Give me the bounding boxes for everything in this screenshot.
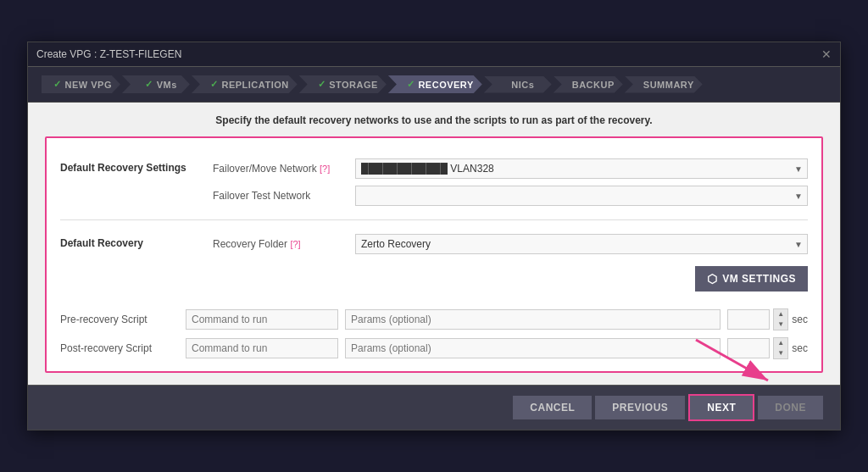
section-divider [60, 219, 808, 220]
close-button[interactable]: ✕ [821, 47, 832, 61]
recovery-folder-row: Recovery Folder [?] Zerto Recovery ▼ [213, 234, 808, 254]
step-label-new-vpg: NEW VPG [65, 80, 112, 90]
pre-recovery-script-row: Pre-recovery Script 300 ▲ ▼ sec [60, 308, 808, 330]
step-summary[interactable]: SUMMARY [625, 76, 703, 93]
step-label-backup: BACKUP [572, 80, 615, 90]
step-label-vms: VMs [157, 80, 177, 90]
scripts-section: Pre-recovery Script 300 ▲ ▼ sec Post-rec… [60, 308, 808, 359]
step-label-nics: NICs [511, 80, 534, 90]
step-vms[interactable]: ✓ VMs [122, 75, 190, 93]
step-label-storage: STORAGE [329, 80, 378, 90]
failover-test-select-wrapper: ▼ [355, 186, 808, 206]
step-check-replication: ✓ [210, 79, 219, 90]
done-button[interactable]: DONE [758, 396, 823, 419]
default-recovery-settings-label: Default Recovery Settings [60, 158, 213, 174]
step-check-vms: ✓ [145, 79, 153, 90]
vm-settings-button[interactable]: ⬡ VM SETTINGS [695, 266, 808, 292]
title-bar: Create VPG : Z-TEST-FILEGEN ✕ [28, 42, 840, 67]
step-check-storage: ✓ [318, 79, 326, 90]
dialog-title: Create VPG : Z-TEST-FILEGEN [36, 48, 181, 60]
post-recovery-spinner-down[interactable]: ▼ [774, 348, 787, 358]
recovery-folder-label: Recovery Folder [?] [213, 238, 348, 250]
post-recovery-spinner-group: 300 ▲ ▼ sec [727, 337, 808, 359]
default-recovery-settings-section: Default Recovery Settings Failover/Move … [60, 150, 808, 214]
pre-recovery-script-label: Pre-recovery Script [60, 314, 179, 325]
vm-settings-icon: ⬡ [707, 272, 718, 286]
failover-test-select[interactable] [355, 186, 808, 206]
pre-recovery-command-input[interactable] [186, 309, 338, 330]
recovery-folder-select[interactable]: Zerto Recovery [355, 234, 808, 254]
dialog-body: Specify the default recovery networks to… [28, 103, 840, 385]
default-recovery-fields: Recovery Folder [?] Zerto Recovery ▼ ⬡ [213, 234, 808, 292]
create-vpg-dialog: Create VPG : Z-TEST-FILEGEN ✕ ✓ NEW VPG … [27, 42, 841, 430]
failover-network-row: Failover/Move Network [?] ████████████ V… [213, 158, 808, 179]
pre-recovery-seconds-input[interactable]: 300 [727, 309, 770, 330]
step-check-new-vpg: ✓ [53, 79, 62, 90]
post-recovery-spinner-buttons: ▲ ▼ [773, 337, 788, 359]
main-panel: Default Recovery Settings Failover/Move … [45, 136, 823, 373]
subtitle: Specify the default recovery networks to… [45, 114, 823, 126]
dialog-footer: CANCEL PREVIOUS NEXT DONE [28, 385, 840, 430]
pre-recovery-params-input[interactable] [345, 309, 721, 330]
post-recovery-script-label: Post-recovery Script [60, 342, 179, 354]
vm-settings-label: VM SETTINGS [722, 273, 796, 285]
post-recovery-unit: sec [792, 342, 808, 354]
failover-network-select-wrapper: ████████████ VLAN328 ▼ [355, 158, 808, 179]
post-recovery-command-input[interactable] [186, 338, 338, 358]
step-check-recovery: ✓ [407, 79, 415, 90]
failover-test-network-row: Failover Test Network ▼ [213, 186, 808, 206]
pre-recovery-spinner-buttons: ▲ ▼ [773, 308, 788, 330]
step-replication[interactable]: ✓ REPLICATION [192, 75, 298, 93]
step-storage[interactable]: ✓ STORAGE [299, 75, 387, 93]
step-backup[interactable]: BACKUP [554, 76, 623, 93]
next-button[interactable]: NEXT [688, 394, 754, 421]
failover-network-help[interactable]: [?] [320, 164, 330, 174]
footer-wrapper: CANCEL PREVIOUS NEXT DONE [28, 385, 840, 430]
default-recovery-settings-fields: Failover/Move Network [?] ████████████ V… [213, 158, 808, 206]
recovery-folder-select-wrapper: Zerto Recovery ▼ [355, 234, 808, 254]
post-recovery-spinner-up[interactable]: ▲ [774, 338, 787, 348]
post-recovery-seconds-input[interactable]: 300 [727, 338, 770, 358]
post-recovery-script-row: Post-recovery Script 300 ▲ ▼ sec [60, 337, 808, 359]
post-recovery-params-input[interactable] [345, 338, 721, 358]
cancel-button[interactable]: CANCEL [513, 396, 592, 419]
pre-recovery-unit: sec [792, 314, 808, 325]
failover-test-network-label: Failover Test Network [213, 190, 348, 202]
default-recovery-label: Default Recovery [60, 234, 213, 249]
step-nics[interactable]: NICs [484, 76, 552, 93]
pre-recovery-spinner-down[interactable]: ▼ [774, 319, 787, 330]
failover-network-label: Failover/Move Network [?] [213, 163, 348, 175]
step-label-summary: SUMMARY [643, 80, 694, 90]
pre-recovery-spinner-up[interactable]: ▲ [774, 309, 787, 319]
step-new-vpg[interactable]: ✓ NEW VPG [42, 75, 120, 93]
default-recovery-section: Default Recovery Recovery Folder [?] Zer… [60, 225, 808, 300]
wizard-steps: ✓ NEW VPG ✓ VMs ✓ REPLICATION ✓ STORAGE … [28, 67, 840, 103]
step-recovery[interactable]: ✓ RECOVERY [388, 75, 482, 93]
previous-button[interactable]: PREVIOUS [595, 396, 685, 419]
pre-recovery-spinner-group: 300 ▲ ▼ sec [727, 308, 808, 330]
step-label-recovery: RECOVERY [418, 80, 473, 90]
step-label-replication: REPLICATION [221, 80, 288, 90]
failover-network-select[interactable]: ████████████ VLAN328 [355, 158, 808, 179]
recovery-folder-help[interactable]: [?] [290, 239, 300, 249]
